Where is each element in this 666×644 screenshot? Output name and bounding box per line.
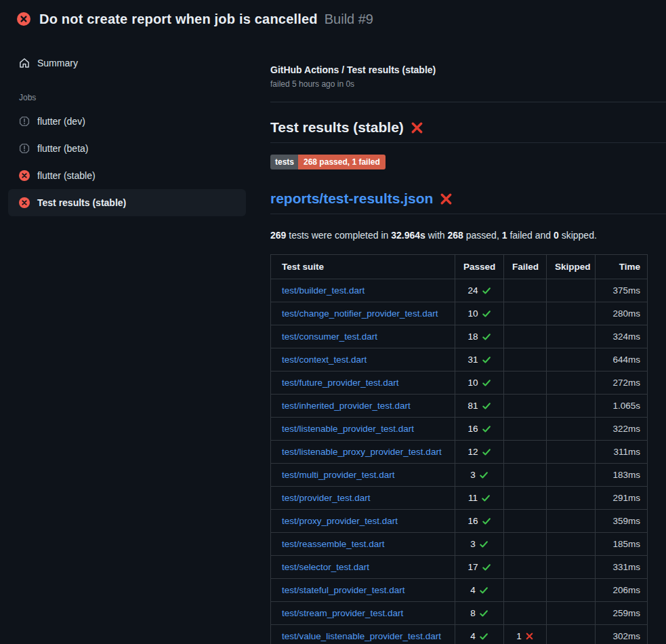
summary-segment: 0 xyxy=(554,230,559,241)
time-cell: 291ms xyxy=(596,487,648,510)
x-circle-icon xyxy=(19,197,30,208)
count-value: 11 xyxy=(468,493,478,503)
report-link[interactable]: reports/test-results.json xyxy=(270,190,433,207)
failed-cell: 1 xyxy=(504,625,547,644)
check-icon xyxy=(482,563,491,572)
table-row: test/listenable_provider_test.dart16 322… xyxy=(271,418,648,441)
check-icon xyxy=(479,609,488,618)
failed-cell xyxy=(504,464,547,487)
suite-link[interactable]: test/consumer_test.dart xyxy=(282,331,377,342)
count-value: 31 xyxy=(467,355,478,365)
skipped-cell xyxy=(547,302,596,325)
suite-link[interactable]: test/selector_test.dart xyxy=(282,562,369,572)
table-row: test/stateful_provider_test.dart4 206ms xyxy=(271,579,648,602)
passed-cell: 16 xyxy=(455,418,504,441)
time-cell: 331ms xyxy=(596,556,648,579)
col-header-failed: Failed xyxy=(504,255,547,279)
failed-cell xyxy=(504,371,547,395)
passed-cell: 10 xyxy=(455,302,504,325)
time-cell: 322ms xyxy=(596,418,648,441)
sidebar-item-label: Summary xyxy=(37,58,78,68)
check-icon xyxy=(482,401,491,411)
count-value: 3 xyxy=(470,539,476,549)
skipped-cell xyxy=(547,371,596,395)
results-table: Test suite Passed Failed Skipped Time te… xyxy=(270,254,648,644)
check-icon xyxy=(482,309,491,319)
summary-segment: 32.964s xyxy=(391,230,425,241)
table-row: test/reassemble_test.dart3 185ms xyxy=(271,533,648,556)
failed-cell xyxy=(504,510,547,533)
col-header-time: Time xyxy=(596,255,648,279)
skipped-cell xyxy=(547,510,596,533)
suite-link[interactable]: test/future_provider_test.dart xyxy=(282,378,399,388)
suite-link[interactable]: test/listenable_provider_test.dart xyxy=(282,424,414,434)
col-header-passed: Passed xyxy=(455,255,504,279)
x-mark-icon xyxy=(411,121,423,134)
count-with-icon: 11 xyxy=(468,493,491,503)
failed-cell xyxy=(504,533,547,556)
skipped-cell xyxy=(547,395,596,418)
suite-link[interactable]: test/reassemble_test.dart xyxy=(282,539,385,549)
failed-cell xyxy=(504,395,547,418)
summary-segment: 1 xyxy=(502,230,507,241)
results-table-body: test/builder_test.dart24 375mstest/chang… xyxy=(271,279,648,644)
failed-cell xyxy=(504,418,547,441)
badge-label: tests xyxy=(270,155,298,169)
failed-cell xyxy=(504,487,547,510)
skipped-cell xyxy=(547,487,596,510)
suite-link[interactable]: test/stateful_provider_test.dart xyxy=(282,585,405,595)
suite-link[interactable]: test/listenable_proxy_provider_test.dart xyxy=(282,447,442,457)
count-with-icon: 81 xyxy=(467,401,491,411)
col-header-skipped: Skipped xyxy=(547,255,596,279)
sidebar-item-label: flutter (stable) xyxy=(37,170,96,181)
count-with-icon: 10 xyxy=(467,308,491,319)
summary-segment: 268 xyxy=(448,230,463,241)
suite-link[interactable]: test/provider_test.dart xyxy=(282,493,371,503)
count-with-icon: 3 xyxy=(470,470,488,480)
suite-link[interactable]: test/stream_provider_test.dart xyxy=(282,608,403,618)
suite-link[interactable]: test/multi_provider_test.dart xyxy=(282,470,395,480)
time-cell: 359ms xyxy=(596,510,648,533)
time-cell: 302ms xyxy=(596,625,648,644)
sidebar-item-job[interactable]: Test results (stable) xyxy=(8,189,246,216)
suite-link[interactable]: test/builder_test.dart xyxy=(282,285,365,296)
suite-cell: test/change_notifier_provider_test.dart xyxy=(271,302,455,325)
col-header-test-suite: Test suite xyxy=(271,255,455,279)
passed-cell: 31 xyxy=(455,348,504,371)
sidebar-item-job[interactable]: flutter (beta) xyxy=(8,135,246,162)
sidebar-item-job[interactable]: flutter (stable) xyxy=(8,162,246,189)
check-icon xyxy=(482,332,491,342)
check-icon xyxy=(479,540,488,549)
check-icon xyxy=(479,586,488,595)
passed-cell: 8 xyxy=(455,602,504,625)
summary-segment: failed and xyxy=(507,230,554,241)
suite-cell: test/stream_provider_test.dart xyxy=(271,602,455,625)
stop-icon xyxy=(19,143,30,154)
failed-cell xyxy=(504,348,547,371)
time-cell: 375ms xyxy=(596,279,648,302)
suite-link[interactable]: test/inherited_provider_test.dart xyxy=(282,401,411,411)
suite-link[interactable]: test/proxy_provider_test.dart xyxy=(282,516,398,526)
job-breadcrumb: GitHub Actions / Test results (stable) xyxy=(270,64,666,75)
x-icon xyxy=(525,632,534,641)
skipped-cell xyxy=(547,279,596,302)
count-with-icon: 4 xyxy=(470,631,488,641)
sidebar-item-job[interactable]: flutter (dev) xyxy=(8,108,246,135)
summary-segment: passed, xyxy=(463,230,502,241)
table-row: test/value_listenable_provider_test.dart… xyxy=(271,625,648,644)
table-row: test/change_notifier_provider_test.dart1… xyxy=(271,302,648,325)
sidebar-item-summary[interactable]: Summary xyxy=(8,49,246,77)
passed-cell: 4 xyxy=(455,625,504,644)
skipped-cell xyxy=(547,579,596,602)
suite-link[interactable]: test/value_listenable_provider_test.dart xyxy=(282,631,441,641)
count-value: 4 xyxy=(470,631,476,641)
passed-cell: 3 xyxy=(455,464,504,487)
x-circle-icon xyxy=(19,170,30,181)
count-value: 17 xyxy=(467,562,478,572)
time-cell: 185ms xyxy=(596,533,648,556)
passed-cell: 17 xyxy=(455,556,504,579)
suite-link[interactable]: test/change_notifier_provider_test.dart xyxy=(282,308,438,319)
suite-link[interactable]: test/context_test.dart xyxy=(282,355,367,365)
count-with-icon: 4 xyxy=(470,585,488,595)
count-value: 10 xyxy=(467,308,478,319)
